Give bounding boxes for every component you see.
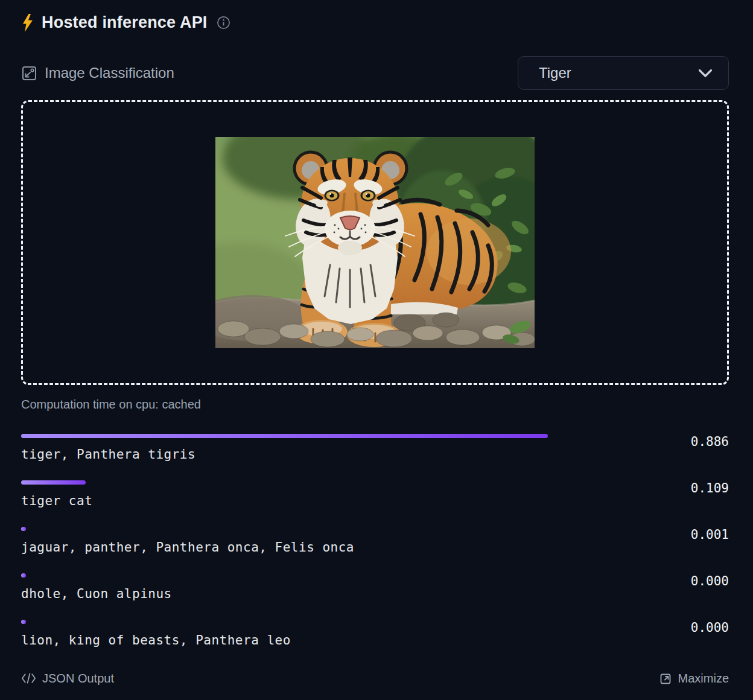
task-heading: Image Classification xyxy=(21,65,174,81)
widget-footer: JSON Output Maximize xyxy=(21,672,729,686)
score-bar xyxy=(21,480,86,485)
class-score: 0.886 xyxy=(691,434,729,449)
class-label: tiger cat xyxy=(21,494,729,508)
result-row[interactable]: tiger, Panthera tigris0.886 xyxy=(21,434,729,462)
maximize-label: Maximize xyxy=(678,672,729,686)
result-row[interactable]: jaguar, panther, Panthera onca, Felis on… xyxy=(21,527,729,555)
page-title: Hosted inference API xyxy=(42,13,208,32)
computation-time: Computation time on cpu: cached xyxy=(21,398,729,412)
example-select[interactable]: Tiger xyxy=(518,56,729,90)
json-output-button[interactable]: JSON Output xyxy=(21,672,114,686)
class-score: 0.109 xyxy=(691,481,729,495)
class-score: 0.000 xyxy=(691,620,729,635)
score-bar xyxy=(21,527,26,531)
maximize-button[interactable]: Maximize xyxy=(659,672,729,686)
image-drop-zone[interactable] xyxy=(21,100,729,385)
class-score: 0.001 xyxy=(691,527,729,542)
score-bar xyxy=(21,573,26,578)
chevron-down-icon xyxy=(698,69,713,78)
maximize-icon xyxy=(659,672,672,686)
info-icon[interactable] xyxy=(217,16,230,30)
code-icon xyxy=(21,673,36,685)
json-output-label: JSON Output xyxy=(42,672,114,686)
classification-results: tiger, Panthera tigris0.886tiger cat0.10… xyxy=(21,434,729,666)
result-row[interactable]: dhole, Cuon alpinus0.000 xyxy=(21,573,729,601)
class-label: dhole, Cuon alpinus xyxy=(21,587,729,601)
hosted-inference-widget: Hosted inference API Image Classificatio… xyxy=(0,0,753,700)
score-bar xyxy=(21,434,548,438)
tiger-photo xyxy=(215,137,535,348)
class-label: jaguar, panther, Panthera onca, Felis on… xyxy=(21,540,729,555)
class-label: tiger, Panthera tigris xyxy=(21,447,729,462)
result-row[interactable]: tiger cat0.109 xyxy=(21,480,729,508)
widget-header: Hosted inference API xyxy=(21,13,729,32)
class-label: lion, king of beasts, Panthera leo xyxy=(21,633,729,648)
task-row: Image Classification Tiger xyxy=(21,56,729,90)
score-bar xyxy=(21,620,26,624)
result-row[interactable]: lion, king of beasts, Panthera leo0.000 xyxy=(21,620,729,648)
class-score: 0.000 xyxy=(691,574,729,588)
example-select-value: Tiger xyxy=(539,65,571,81)
image-classification-icon xyxy=(21,65,37,81)
lightning-bolt-icon xyxy=(21,14,34,32)
task-label: Image Classification xyxy=(45,65,174,81)
